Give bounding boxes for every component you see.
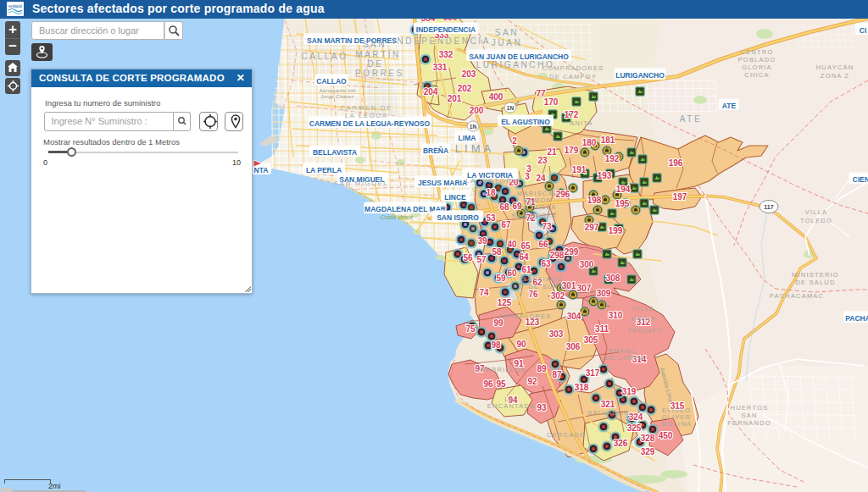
- svg-text:125: 125: [498, 298, 512, 307]
- svg-text:JUAN: JUAN: [492, 38, 523, 47]
- svg-text:LURIGANCHO: LURIGANCHO: [615, 71, 665, 80]
- svg-text:318: 318: [575, 383, 589, 392]
- svg-text:304: 304: [567, 312, 581, 321]
- svg-text:MINISTERIO: MINISTERIO: [792, 271, 839, 279]
- svg-text:EL AGUSTINO: EL AGUSTINO: [501, 118, 550, 126]
- svg-text:325: 325: [627, 423, 642, 433]
- svg-text:23: 23: [537, 156, 548, 165]
- svg-text:SAN JUAN DE LURIGANCHO: SAN JUAN DE LURIGANCHO: [469, 53, 569, 61]
- svg-text:65: 65: [520, 241, 531, 251]
- svg-text:DE SURCO: DE SURCO: [528, 283, 570, 290]
- svg-text:1N: 1N: [507, 105, 515, 111]
- svg-text:INDEPENDENCIA: INDEPENDENCIA: [416, 25, 476, 34]
- svg-text:199: 199: [609, 226, 623, 235]
- svg-text:98: 98: [491, 340, 501, 350]
- svg-text:LA VICTORIA: LA VICTORIA: [465, 177, 521, 185]
- svg-text:DE SALUD: DE SALUD: [795, 279, 835, 286]
- svg-text:40: 40: [507, 240, 517, 249]
- svg-text:317: 317: [586, 368, 600, 378]
- svg-text:CALLAO: CALLAO: [316, 77, 347, 86]
- svg-text:61: 61: [521, 265, 531, 274]
- svg-text:450: 450: [659, 431, 673, 440]
- svg-text:ANITA: ANITA: [570, 119, 593, 127]
- svg-text:CHICA: CHICA: [744, 71, 769, 79]
- svg-text:179: 179: [565, 146, 579, 155]
- svg-text:321: 321: [601, 400, 615, 409]
- svg-text:DE LORIN: DE LORIN: [604, 354, 643, 362]
- svg-text:324: 324: [629, 412, 643, 422]
- svg-text:LA LEGUA: LA LEGUA: [345, 112, 388, 119]
- svg-text:309: 309: [597, 289, 611, 298]
- svg-text:328: 328: [641, 434, 655, 443]
- svg-text:CARMEN DE: CARMEN DE: [340, 104, 392, 112]
- svg-text:53: 53: [486, 213, 496, 223]
- svg-text:77: 77: [536, 89, 546, 98]
- svg-text:298: 298: [550, 251, 565, 260]
- svg-text:TRIUNFO: TRIUNFO: [627, 327, 663, 334]
- svg-text:305: 305: [584, 335, 598, 345]
- svg-text:ZONA Z: ZONA Z: [821, 72, 849, 80]
- svg-text:VILLA: VILLA: [805, 208, 827, 216]
- svg-text:18: 18: [486, 188, 496, 197]
- svg-text:BREÑA: BREÑA: [423, 146, 448, 155]
- svg-text:64: 64: [519, 252, 529, 262]
- svg-text:LINCE: LINCE: [444, 193, 466, 202]
- svg-text:300: 300: [580, 260, 594, 269]
- svg-text:303: 303: [549, 329, 564, 339]
- svg-text:172: 172: [565, 110, 579, 119]
- svg-text:308: 308: [606, 274, 620, 283]
- svg-text:FERNANDO: FERNANDO: [727, 419, 771, 427]
- svg-text:CHORRILLOS: CHORRILLOS: [475, 366, 526, 373]
- svg-text:307: 307: [577, 284, 592, 293]
- svg-text:180: 180: [582, 138, 597, 147]
- svg-text:193: 193: [598, 171, 612, 180]
- svg-text:MIRAFLORES: MIRAFLORES: [500, 312, 552, 320]
- svg-text:306: 306: [566, 342, 581, 351]
- svg-text:Aeropuerto Intl: Aeropuerto Intl: [320, 88, 355, 93]
- svg-text:204: 204: [424, 87, 438, 97]
- svg-text:MARIA: MARIA: [631, 315, 656, 323]
- svg-text:75: 75: [465, 324, 476, 334]
- svg-text:3: 3: [525, 172, 530, 181]
- svg-text:57: 57: [476, 255, 487, 264]
- svg-text:DE CAMPOY: DE CAMPOY: [549, 73, 597, 80]
- svg-text:68: 68: [499, 202, 509, 212]
- svg-text:Costa Verde: Costa Verde: [381, 214, 414, 220]
- svg-text:92: 92: [527, 377, 537, 386]
- svg-text:56: 56: [463, 253, 473, 263]
- svg-text:117: 117: [764, 204, 773, 210]
- svg-text:93: 93: [537, 403, 547, 412]
- svg-text:MARTÍN: MARTÍN: [355, 49, 401, 59]
- svg-text:194: 194: [616, 185, 631, 194]
- svg-text:60: 60: [507, 268, 517, 278]
- svg-text:203: 203: [462, 69, 476, 79]
- svg-text:NTA: NTA: [254, 166, 269, 174]
- svg-text:ENCANTADA: ENCANTADA: [487, 402, 536, 410]
- svg-text:DE: DE: [367, 59, 383, 69]
- svg-text:310: 310: [609, 311, 623, 320]
- svg-text:ATE: ATE: [680, 114, 703, 124]
- svg-text:95: 95: [496, 379, 506, 389]
- svg-text:302: 302: [551, 291, 565, 301]
- svg-text:332: 332: [439, 50, 453, 59]
- svg-text:319: 319: [622, 387, 637, 396]
- svg-text:JESUS MARIA: JESUS MARIA: [418, 179, 467, 187]
- svg-text:sedapal: sedapal: [8, 4, 22, 8]
- svg-text:CI: CI: [860, 26, 867, 35]
- svg-text:202: 202: [458, 84, 472, 93]
- svg-text:CIEN: CIEN: [853, 175, 868, 184]
- svg-text:197: 197: [673, 192, 687, 202]
- svg-text:181: 181: [601, 135, 615, 145]
- svg-text:PACHA: PACHA: [845, 314, 868, 323]
- svg-text:CARMEN DE LA LEGUA-REYNOSO: CARMEN DE LA LEGUA-REYNOSO: [309, 119, 431, 128]
- svg-text:CASTILLA: CASTILLA: [518, 203, 556, 211]
- svg-text:59: 59: [496, 274, 506, 283]
- svg-text:331: 331: [433, 63, 448, 72]
- svg-text:SAN: SAN: [495, 28, 519, 37]
- svg-text:191: 191: [572, 165, 587, 174]
- svg-text:198: 198: [587, 196, 602, 205]
- svg-text:PORRES: PORRES: [355, 69, 404, 78]
- svg-text:195: 195: [615, 199, 630, 208]
- svg-text:TOLEDO: TOLEDO: [800, 217, 832, 224]
- svg-text:SANTIAGO: SANTIAGO: [522, 275, 563, 283]
